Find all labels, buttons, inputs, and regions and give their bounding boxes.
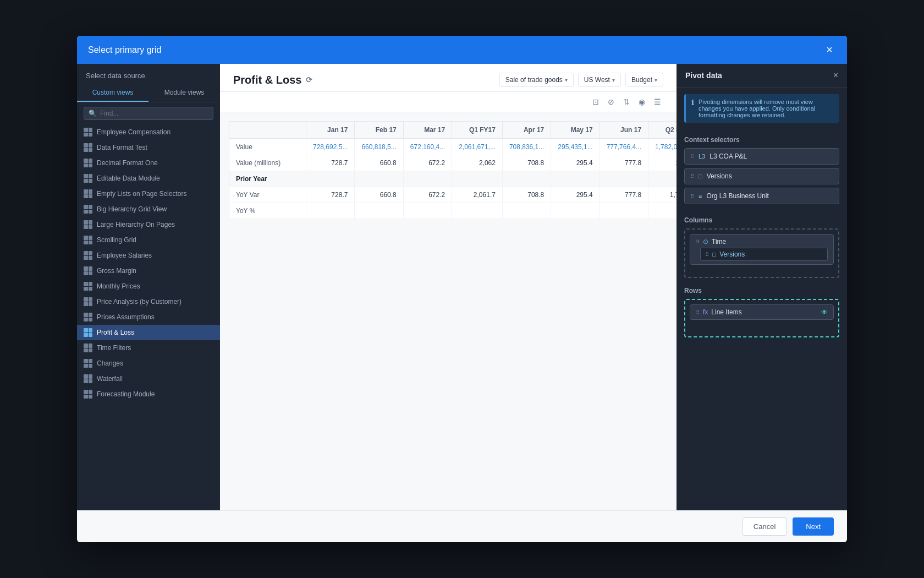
grid-col-header: Jun 17	[600, 122, 648, 139]
drag-handle: ⠿	[690, 173, 694, 179]
selector-us-west[interactable]: US West ▾	[578, 73, 621, 87]
sidebar-header: Select data source	[77, 64, 220, 84]
sidebar-item[interactable]: Employee Compensation	[77, 124, 220, 140]
row-item-label: Line Items	[711, 308, 741, 316]
toolbar-filter-icon[interactable]: ⊘	[606, 95, 617, 108]
sidebar-item[interactable]: Scrolling Grid	[77, 232, 220, 248]
sidebar-item[interactable]: Time Filters	[77, 340, 220, 356]
sidebar-item[interactable]: Profit & Loss	[77, 325, 220, 340]
grid-container: Jan 17Feb 17Mar 17Q1 FY17Apr 17May 17Jun…	[220, 112, 676, 510]
table-row: YoY Var728.7660.8672.22,061.7708.8295.47…	[229, 187, 677, 203]
sidebar-item-label: Empty Lists on Page Selectors	[97, 190, 186, 198]
cell: 1,782.0	[648, 187, 676, 203]
sidebar-item[interactable]: Big Hierarchy Grid View	[77, 201, 220, 217]
sidebar-item[interactable]: Decimal Format One	[77, 155, 220, 171]
sidebar-item[interactable]: Price Analysis (by Customer)	[77, 294, 220, 309]
cell: 295,435,1...	[551, 139, 600, 155]
visibility-icon[interactable]: 👁	[821, 308, 828, 316]
context-item-label: L3 COA P&L	[710, 152, 747, 160]
report-title: Profit & Loss	[233, 74, 301, 86]
search-input[interactable]	[100, 110, 208, 117]
sidebar-item-label: Monthly Prices	[97, 282, 140, 290]
cell	[551, 171, 600, 187]
sidebar-item[interactable]: Data Format Test	[77, 140, 220, 155]
cell: 672.2	[403, 155, 452, 171]
next-button[interactable]: Next	[793, 517, 834, 536]
context-item[interactable]: ⠿ L3 L3 COA P&L	[684, 148, 839, 165]
select-datasource-label: Select data source	[86, 72, 145, 80]
selector-sale-of-trade-goods[interactable]: Sale of trade goods ▾	[499, 73, 574, 87]
context-item[interactable]: ⠿ □ Versions	[684, 168, 839, 184]
chevron-down-icon: ▾	[654, 77, 657, 83]
sidebar-item[interactable]: Waterfall	[77, 371, 220, 386]
sidebar-item[interactable]: Monthly Prices	[77, 279, 220, 294]
cancel-button[interactable]: Cancel	[742, 517, 787, 536]
fx-icon: fx	[703, 308, 708, 316]
toolbar-sort-icon[interactable]: ⇅	[621, 95, 632, 108]
sidebar-item-label: Forecasting Module	[97, 390, 155, 398]
sidebar-item[interactable]: Employee Salaries	[77, 248, 220, 263]
table-row: Value (millions)728.7660.8672.22,062708.…	[229, 155, 677, 171]
sidebar-item[interactable]: Prices Assumptions	[77, 309, 220, 325]
cell	[502, 171, 551, 187]
column-group-label: Time	[712, 238, 726, 246]
chevron-down-icon: ▾	[565, 77, 568, 83]
sidebar-item[interactable]: Large Hierarchy On Pages	[77, 217, 220, 232]
sidebar-item[interactable]: Editable Data Module	[77, 171, 220, 186]
grid-body: Value728,692,5...660,818,5...672,160,4..…	[229, 139, 677, 219]
cell: 708,836,1...	[502, 139, 551, 155]
cell	[355, 171, 403, 187]
toolbar-export-icon[interactable]: ⊡	[590, 95, 601, 108]
drag-handle-time: ⠿	[696, 239, 700, 245]
grid-col-header: Apr 17	[502, 122, 551, 139]
modal-body: Select data source Custom views Module v…	[77, 64, 847, 510]
report-selectors: Sale of trade goods ▾US West ▾Budget ▾	[499, 73, 663, 87]
report-title-area: Profit & Loss ⟳	[233, 74, 312, 86]
sidebar-item[interactable]: Empty Lists on Page Selectors	[77, 186, 220, 201]
cell	[452, 203, 503, 219]
cell	[403, 171, 452, 187]
rows-drop-zone[interactable]: ⠿ fx Line Items 👁	[684, 299, 839, 337]
context-item-label: Org L3 Business Unit	[706, 192, 768, 200]
cell	[551, 203, 600, 219]
modal-close-button[interactable]: ×	[823, 42, 836, 57]
tab-custom-views[interactable]: Custom views	[77, 84, 148, 102]
grid-col-header: May 17	[551, 122, 600, 139]
sidebar-item-label: Decimal Format One	[97, 159, 158, 167]
cell: 728.7	[306, 187, 355, 203]
tab-module-views[interactable]: Module views	[148, 84, 220, 102]
pivot-panel-header: Pivot data ×	[676, 64, 847, 88]
sidebar-item-label: Waterfall	[97, 375, 123, 383]
main-content: Profit & Loss ⟳ Sale of trade goods ▾US …	[220, 64, 676, 510]
sidebar-item-label: Profit & Loss	[97, 329, 134, 336]
row-label: YoY Var	[229, 187, 306, 203]
cell	[648, 171, 676, 187]
pivot-panel-close-button[interactable]: ×	[833, 70, 838, 80]
cell	[648, 203, 676, 219]
sidebar-item[interactable]: Gross Margin	[77, 263, 220, 279]
grid-col-header: Jan 17	[306, 122, 355, 139]
grid-col-header: Mar 17	[403, 122, 452, 139]
row-label: YoY %	[229, 203, 306, 219]
context-item-label: Versions	[707, 172, 732, 180]
sidebar-item-label: Price Analysis (by Customer)	[97, 298, 182, 306]
sidebar-list: Employee CompensationData Format TestDec…	[77, 124, 220, 510]
cell: 2,062	[452, 155, 503, 171]
cell: 728.7	[306, 155, 355, 171]
columns-drop-zone[interactable]: ⠿ ⊙ Time ⠿ □ Versions	[684, 228, 839, 278]
toolbar-view-icon[interactable]: ◉	[636, 95, 647, 108]
row-item-line-items: ⠿ fx Line Items 👁	[690, 304, 834, 320]
sidebar-item-label: Time Filters	[97, 344, 131, 352]
context-item[interactable]: ⠿ ≡ Org L3 Business Unit	[684, 188, 839, 204]
drag-handle: ⠿	[690, 154, 694, 160]
refresh-icon[interactable]: ⟳	[306, 75, 312, 84]
drag-handle: ⠿	[690, 193, 694, 199]
sidebar-item[interactable]: Changes	[77, 356, 220, 371]
modal-overlay: Select primary grid × Select data source…	[0, 0, 924, 578]
toolbar-menu-icon[interactable]: ☰	[652, 95, 663, 108]
sidebar-item[interactable]: Forecasting Module	[77, 386, 220, 402]
selector-budget[interactable]: Budget ▾	[625, 73, 663, 87]
columns-title: Columns	[684, 216, 839, 224]
sidebar-item-label: Prices Assumptions	[97, 313, 155, 321]
cell: 777.8	[600, 155, 648, 171]
